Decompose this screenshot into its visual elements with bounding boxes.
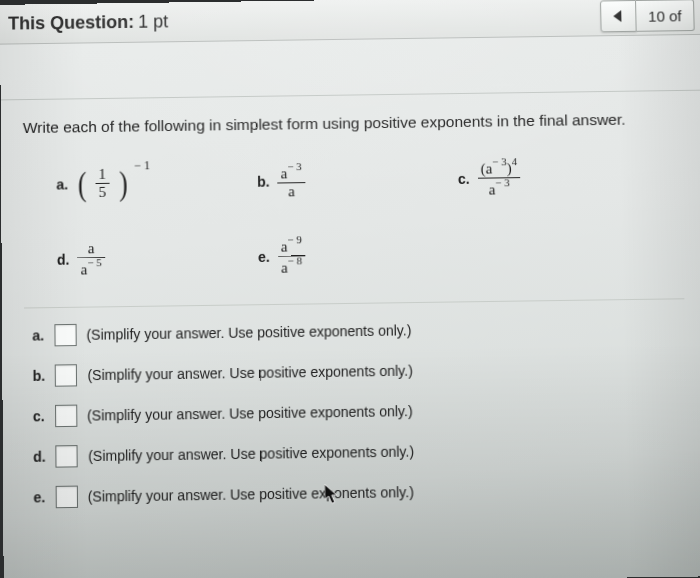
answer-input-b[interactable] xyxy=(55,364,77,387)
fraction: 1 5 xyxy=(95,166,109,201)
question-counter: 10 of xyxy=(636,0,695,32)
answer-hint: (Simplify your answer. Use positive expo… xyxy=(87,403,413,424)
answer-label: e. xyxy=(33,489,45,505)
numerator: a− 9 xyxy=(278,235,306,255)
svg-marker-1 xyxy=(324,484,336,503)
question-header: This Question: 1 pt 10 of xyxy=(0,0,700,45)
num-exponent: − 9 xyxy=(287,233,302,245)
numerator: (a− 3)4 xyxy=(477,157,520,178)
answer-hint: (Simplify your answer. Use positive expo… xyxy=(86,322,411,343)
fraction: a a− 5 xyxy=(77,240,105,279)
app-surface: This Question: 1 pt 10 of Write each of … xyxy=(0,0,700,578)
expression-row-2: d. a a− 5 e. a− 9 a− 8 xyxy=(57,230,676,280)
triangle-left-icon xyxy=(611,9,625,23)
answer-row-c: c. (Simplify your answer. Use positive e… xyxy=(33,400,414,428)
header-label: This Question: xyxy=(8,12,134,35)
answer-label: b. xyxy=(33,368,46,384)
question-prompt: Write each of the following in simplest … xyxy=(23,111,626,137)
screenshot-wrapper: This Question: 1 pt 10 of Write each of … xyxy=(0,0,700,578)
answer-input-e[interactable] xyxy=(55,486,77,509)
answer-label: d. xyxy=(33,449,46,465)
answer-input-d[interactable] xyxy=(56,445,78,468)
answer-row-a: a. (Simplify your answer. Use positive e… xyxy=(32,319,412,346)
expression-c: c. (a− 3)4 a− 3 xyxy=(458,157,521,199)
expr-label: c. xyxy=(458,170,470,186)
answer-row-e: e. (Simplify your answer. Use positive e… xyxy=(33,481,414,509)
answer-row-d: d. (Simplify your answer. Use positive e… xyxy=(33,440,414,468)
answers-divider xyxy=(24,298,684,308)
numerator: 1 xyxy=(95,166,109,183)
expression-a: a. ( 1 5 ) − 1 xyxy=(56,161,257,205)
denominator: 5 xyxy=(96,184,110,201)
fraction: (a− 3)4 a− 3 xyxy=(477,157,521,199)
header-points: 1 pt xyxy=(138,11,168,32)
denominator: a xyxy=(285,183,298,200)
numerator: a− 3 xyxy=(277,162,304,182)
denominator: a− 8 xyxy=(278,256,306,276)
exponent: − 3 xyxy=(287,160,302,172)
answer-hint: (Simplify your answer. Use positive expo… xyxy=(87,363,412,384)
counter-text: 10 of xyxy=(648,7,682,24)
answer-label: c. xyxy=(33,408,45,424)
fraction: a− 3 a xyxy=(277,162,305,200)
den-exponent: − 3 xyxy=(495,176,510,188)
expression-d: d. a a− 5 xyxy=(57,236,259,280)
answer-label: a. xyxy=(32,327,44,343)
den-exponent: − 8 xyxy=(288,254,303,266)
denominator: a− 3 xyxy=(485,178,513,198)
divider xyxy=(1,90,700,101)
outer-exponent: 4 xyxy=(512,155,518,167)
outer-exponent: − 1 xyxy=(134,158,150,173)
inner-exponent: − 3 xyxy=(492,155,507,167)
svg-marker-0 xyxy=(613,10,621,22)
cursor-icon xyxy=(324,484,338,504)
expression-b: b. a− 3 a xyxy=(257,158,458,202)
question-nav: 10 of xyxy=(600,0,695,32)
fraction: a− 9 a− 8 xyxy=(278,235,306,277)
paren-left: ( xyxy=(77,172,86,196)
answer-hint: (Simplify your answer. Use positive expo… xyxy=(88,443,414,464)
expression-e: e. a− 9 a− 8 xyxy=(258,235,306,277)
answer-input-c[interactable] xyxy=(55,405,77,428)
denominator: a− 5 xyxy=(77,258,104,278)
numerator: a xyxy=(85,240,98,257)
expr-label: a. xyxy=(56,176,68,192)
expr-label: e. xyxy=(258,248,270,264)
paren-right: ) xyxy=(118,171,127,195)
answer-inputs: a. (Simplify your answer. Use positive e… xyxy=(32,319,415,508)
answer-row-b: b. (Simplify your answer. Use positive e… xyxy=(33,360,413,388)
den-exponent: − 5 xyxy=(87,256,102,268)
answer-hint: (Simplify your answer. Use positive expo… xyxy=(88,484,414,505)
answer-input-a[interactable] xyxy=(54,324,76,346)
expr-label: b. xyxy=(257,173,270,189)
prev-question-button[interactable] xyxy=(600,0,637,32)
expr-label: d. xyxy=(57,251,70,267)
expression-row-1: a. ( 1 5 ) − 1 b. a− 3 a xyxy=(56,155,674,205)
